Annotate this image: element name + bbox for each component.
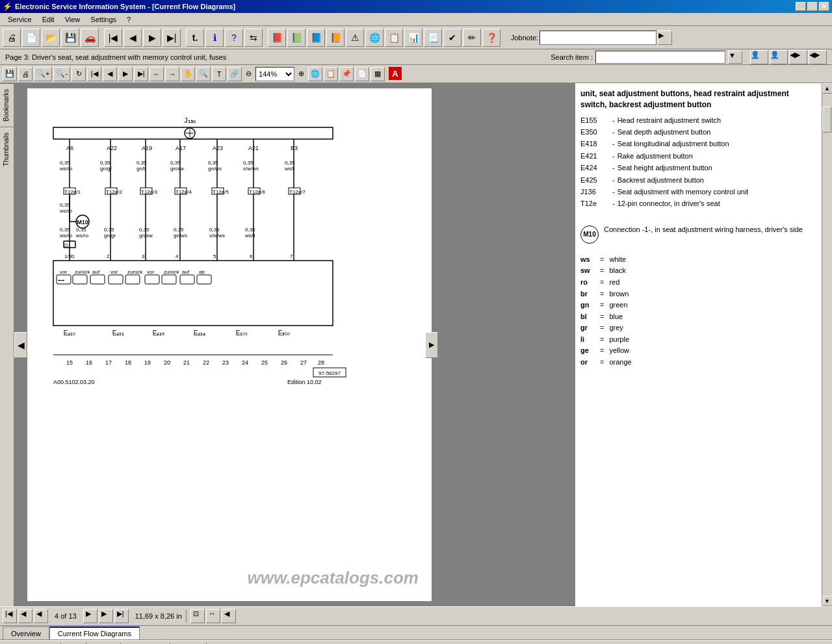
search-input[interactable] [595, 51, 725, 64]
svg-rect-102 [180, 275, 194, 284]
t2-nav3[interactable]: ▶ [118, 67, 133, 81]
page-info-bar: Page 3: Driver's seat, seat adjustment w… [0, 49, 832, 65]
t2-nav1[interactable]: |◀ [87, 67, 101, 81]
tool-nav-first[interactable]: |◀ [104, 29, 122, 47]
tool-q[interactable]: ❓ [482, 29, 500, 47]
t2-print[interactable]: 🖨 [18, 67, 32, 81]
menu-service[interactable]: Service [3, 14, 37, 25]
tool-btn-1[interactable]: 🖨 [3, 29, 21, 47]
t2-zoom-out[interactable]: 🔍- [53, 67, 70, 81]
tool-info[interactable]: ℹ [205, 29, 224, 47]
t2-link[interactable]: 🔗 [228, 67, 242, 81]
tool-book3[interactable]: 📘 [307, 29, 325, 47]
page-last-btn[interactable]: ▶| [114, 609, 129, 623]
svg-text:20: 20 [164, 359, 170, 366]
page-next-btn[interactable]: ▶ [99, 609, 113, 623]
t2-nav4[interactable]: ▶| [134, 67, 148, 81]
nav-arrow-icon2[interactable]: ◀▶ [809, 50, 827, 64]
wiring-diagram: J₁₃₆ A6 A22 A19 A17 A23 A21 B3 0,35 ws/r… [34, 95, 359, 433]
scroll-down-btn[interactable]: ▼ [822, 596, 833, 606]
menu-view[interactable]: View [60, 14, 86, 25]
jobnote-label: Jobnote: [511, 34, 538, 42]
page-prev-btn[interactable]: ◀ [18, 609, 32, 623]
t2-magnify[interactable]: 🔍 [196, 67, 211, 81]
tool-nav-next[interactable]: ▶ [143, 29, 161, 47]
tool-text[interactable]: t. [186, 29, 204, 47]
jobnote-input[interactable] [540, 31, 656, 45]
zoom-select[interactable]: 144% [255, 67, 294, 81]
tool-help[interactable]: ? [225, 29, 243, 47]
fit-page-btn[interactable]: ⊡ [190, 609, 205, 623]
zoom-minus[interactable]: ⊖ [246, 70, 252, 78]
svg-text:1/30: 1/30 [64, 253, 75, 259]
tool-btn-4[interactable]: 💾 [61, 29, 79, 47]
t2-nav-left[interactable]: ← [150, 67, 164, 81]
t2-text2[interactable]: T [212, 67, 226, 81]
tool-book1[interactable]: 📕 [268, 29, 286, 47]
tool-btn-2[interactable]: 📄 [22, 29, 40, 47]
nav-arrow-icon[interactable]: ◀▶ [789, 50, 807, 64]
tool-book4[interactable]: 📙 [326, 29, 344, 47]
t2-doc2[interactable]: 📄 [355, 67, 369, 81]
svg-text:16: 16 [86, 359, 92, 366]
comp-e350: E350 - Seat depth adjustment button [580, 127, 816, 137]
page-first-btn[interactable]: |◀ [3, 609, 17, 623]
nav-back-btn[interactable]: ◀ [222, 609, 236, 623]
tool-book2[interactable]: 📗 [287, 29, 306, 47]
t2-nav2[interactable]: ◀ [103, 67, 117, 81]
user-icon-1[interactable]: 👤 [750, 50, 768, 64]
tab-overview[interactable]: Overview [3, 626, 49, 639]
t2-more[interactable]: ▦ [370, 67, 385, 81]
svg-text:vor: vor [60, 269, 67, 275]
page-nav-right[interactable]: ▶ [425, 332, 438, 358]
page-next2-btn[interactable]: ▶ [83, 609, 98, 623]
page-nav-left[interactable]: ◀ [14, 332, 27, 358]
thumbnails-tab[interactable]: Thumbnails [0, 127, 14, 172]
tool-check2[interactable]: ✏ [463, 29, 481, 47]
menu-help[interactable]: ? [122, 14, 136, 25]
svg-text:23: 23 [222, 359, 229, 366]
tool-globe[interactable]: 🌐 [365, 29, 384, 47]
tool-nav-prev[interactable]: ◀ [124, 29, 142, 47]
tool-chart[interactable]: 📊 [404, 29, 422, 47]
tab-current-flow[interactable]: Current Flow Diagrams [49, 626, 140, 639]
t2-nav-right[interactable]: → [165, 67, 179, 81]
close-button[interactable]: ✕ [819, 2, 829, 11]
t2-zoom-in[interactable]: 🔍+ [34, 67, 52, 81]
svg-text:0,35: 0,35 [60, 227, 70, 233]
t2-save[interactable]: 💾 [3, 67, 17, 81]
legend-or: or=orange [580, 357, 816, 368]
scroll-track[interactable] [822, 94, 832, 596]
scroll-thumb[interactable] [822, 107, 831, 133]
t2-paste[interactable]: 📌 [339, 67, 354, 81]
tool-warn[interactable]: ⚠ [346, 29, 364, 47]
page-prev2-btn[interactable]: ◀ [34, 609, 48, 623]
legend-gn: gn=green [580, 300, 816, 311]
menu-settings[interactable]: Settings [85, 14, 122, 25]
t2-globe2[interactable]: 🌐 [308, 67, 322, 81]
scroll-up-btn[interactable]: ▲ [822, 83, 833, 94]
menu-edit[interactable]: Edit [37, 14, 60, 25]
t2-rot[interactable]: ↻ [72, 67, 86, 81]
tool-nav-last[interactable]: ▶| [162, 29, 181, 47]
tool-btn-3[interactable]: 📂 [42, 29, 60, 47]
tool-arrows[interactable]: ⇆ [244, 29, 263, 47]
tool-btn-5[interactable]: 🚗 [81, 29, 99, 47]
search-dropdown-btn[interactable]: ▼ [728, 51, 742, 64]
bookmarks-tab[interactable]: Bookmarks [0, 83, 14, 127]
svg-text:0,35: 0,35 [209, 227, 220, 233]
tool-list[interactable]: 📃 [424, 29, 442, 47]
tool-doc[interactable]: 📋 [385, 29, 403, 47]
t2-copy[interactable]: 📋 [324, 67, 338, 81]
zoom-plus[interactable]: ⊕ [298, 70, 304, 78]
svg-text:0,35: 0,35 [170, 160, 181, 166]
right-scrollbar: ▲ ▼ [822, 83, 832, 606]
t2-hand[interactable]: ✋ [181, 67, 195, 81]
minimize-button[interactable]: _ [796, 2, 806, 11]
jobnote-submit[interactable]: ▶ [658, 31, 672, 45]
svg-text:0,35: 0,35 [60, 202, 70, 208]
user-icon-2[interactable]: 👤 [770, 50, 788, 64]
tool-check1[interactable]: ✔ [443, 29, 462, 47]
maximize-button[interactable]: □ [807, 2, 818, 11]
fit-width-btn[interactable]: ↔ [206, 609, 220, 623]
